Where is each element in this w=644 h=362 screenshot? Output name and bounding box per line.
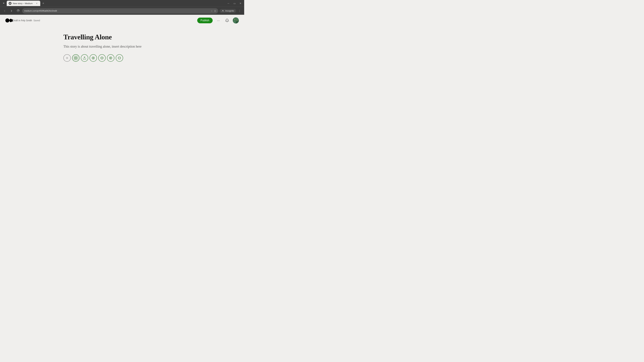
toolbar-close-button[interactable] bbox=[64, 54, 71, 62]
address-bar: medium.com/p/450f6a6826c0/edit ☆ ⊡ Incog… bbox=[0, 7, 244, 15]
toolbar-embed-button[interactable] bbox=[81, 54, 88, 62]
toolbar-image-button[interactable] bbox=[72, 54, 80, 62]
back-button[interactable] bbox=[2, 8, 8, 13]
browser-action-buttons: Incognito ⋮ bbox=[220, 8, 242, 13]
story-description[interactable]: This story is about travelling alone, in… bbox=[64, 44, 181, 49]
url-bar[interactable]: medium.com/p/450f6a6826c0/edit ☆ ⊡ bbox=[22, 8, 218, 13]
draft-info: Draft in Fely Smith Saved bbox=[13, 19, 40, 22]
active-tab[interactable]: New story – Medium × bbox=[7, 1, 40, 6]
incognito-label: Incognito bbox=[225, 9, 234, 12]
svg-point-2 bbox=[10, 19, 12, 22]
publish-button[interactable]: Publish bbox=[197, 17, 213, 23]
new-tab-button[interactable]: + bbox=[41, 1, 46, 6]
incognito-badge: Incognito bbox=[220, 9, 236, 13]
story-title[interactable]: Travelling Alone bbox=[64, 33, 181, 41]
reload-button[interactable] bbox=[16, 8, 21, 13]
maximize-button[interactable]: ▭ bbox=[232, 1, 237, 6]
svg-marker-15 bbox=[93, 57, 94, 59]
avatar[interactable] bbox=[233, 17, 239, 23]
tab-title: New story – Medium bbox=[13, 2, 34, 5]
medium-editor: Draft in Fely Smith Saved Publish ··· bbox=[0, 15, 244, 139]
svg-rect-7 bbox=[234, 18, 236, 20]
editor-toolbar bbox=[64, 54, 181, 62]
svg-point-12 bbox=[75, 57, 76, 58]
toolbar-video-button[interactable] bbox=[90, 54, 97, 62]
tab-favicon bbox=[9, 2, 12, 5]
window-controls: ─ ▭ ✕ bbox=[226, 1, 243, 6]
toolbar-separator-button[interactable] bbox=[116, 54, 123, 62]
more-tools-button[interactable]: ⋮ bbox=[237, 8, 242, 13]
tab-close-button[interactable]: × bbox=[35, 2, 38, 5]
svg-rect-8 bbox=[236, 20, 238, 21]
url-icons: ☆ ⊡ bbox=[211, 9, 216, 12]
draft-label: Draft in Fely Smith bbox=[13, 19, 32, 22]
more-options-button[interactable]: ··· bbox=[215, 17, 221, 23]
saved-badge: Saved bbox=[33, 19, 40, 22]
browser-chrome: New story – Medium × + ─ ▭ ✕ mediu bbox=[0, 0, 244, 15]
toolbar-html-button[interactable] bbox=[98, 54, 106, 62]
medium-logo-icon bbox=[5, 18, 13, 23]
picture-in-picture-icon[interactable]: ⊡ bbox=[214, 9, 216, 12]
tab-list-button[interactable] bbox=[1, 1, 6, 6]
editor-area: Travelling Alone This story is about tra… bbox=[60, 33, 184, 62]
close-window-button[interactable]: ✕ bbox=[238, 1, 243, 6]
star-icon[interactable]: ☆ bbox=[211, 9, 213, 12]
svg-point-1 bbox=[5, 18, 10, 22]
tab-bar: New story – Medium × + ─ ▭ ✕ bbox=[0, 0, 244, 7]
toolbar-codeblock-button[interactable] bbox=[107, 54, 114, 62]
medium-header: Draft in Fely Smith Saved Publish ··· bbox=[0, 15, 244, 26]
forward-button[interactable] bbox=[9, 8, 14, 13]
notifications-button[interactable] bbox=[224, 17, 230, 23]
header-actions: Publish ··· bbox=[197, 17, 239, 23]
url-text: medium.com/p/450f6a6826c0/edit bbox=[24, 9, 209, 12]
minimize-button[interactable]: ─ bbox=[226, 1, 231, 6]
medium-logo bbox=[5, 18, 13, 23]
